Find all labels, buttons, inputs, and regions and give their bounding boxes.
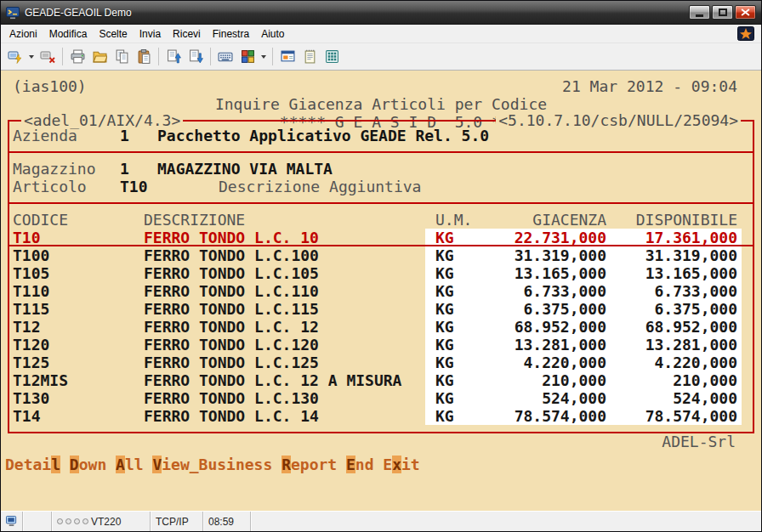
cell-disponibile: 13.165,000: [606, 264, 737, 282]
paste-button[interactable]: [133, 46, 155, 68]
azienda-row: Azienda 1 Pacchetto Applicativo GEADE Re…: [9, 127, 753, 144]
cell-giacenza: 68.952,000: [469, 318, 606, 336]
session-led-icon: [57, 518, 63, 524]
cell-giacenza: 22.731,000: [469, 229, 606, 245]
cell-descrizione: FERRO TONDO L.C. 10: [144, 229, 425, 245]
titlebar[interactable]: GEADE-GEAOIL Demo: [1, 1, 761, 25]
copy-button[interactable]: [111, 46, 133, 68]
hotkey-letter: A: [116, 456, 125, 473]
menu-modifica[interactable]: Modifica: [43, 25, 94, 42]
terminal-window-icon: [281, 49, 295, 64]
cell-codice: T130: [13, 389, 144, 407]
session-led-icon: [65, 518, 71, 524]
menu-ricevi[interactable]: Ricevi: [167, 25, 207, 42]
statusbar-panel: [251, 512, 761, 531]
function-key-all[interactable]: All: [116, 456, 144, 473]
hotkey-letter: R: [281, 456, 291, 473]
connect-dropdown[interactable]: [26, 46, 37, 68]
send-file-button[interactable]: [162, 46, 185, 68]
maximize-button[interactable]: [712, 5, 733, 20]
cell-codice: T125: [13, 354, 144, 371]
toolbar-separator: [272, 48, 273, 65]
disconnect-icon: [40, 50, 55, 64]
minimize-button[interactable]: [689, 5, 710, 20]
terminal-screen[interactable]: (ias100) ***** G E A S I D 5.0 ***** 21 …: [1, 71, 761, 511]
cell-um: KG: [435, 371, 469, 389]
table-row[interactable]: T12 FERRO TONDO L.C. 12 KG 68.952,000 68…: [9, 318, 753, 336]
table-row[interactable]: T105 FERRO TONDO L.C.105 KG 13.165,000 1…: [9, 264, 753, 282]
display-colors-dropdown[interactable]: [259, 46, 269, 68]
vendor-signature: ADEL-Srl: [1, 433, 761, 450]
open-file-button[interactable]: [88, 46, 111, 68]
display-colors-icon: [241, 49, 255, 64]
cell-codice: T10: [13, 229, 144, 245]
protocol-panel: TCP/IP: [151, 512, 203, 531]
keyboard-icon: [218, 49, 233, 64]
statusbar: VT220 TCP/IP 08:59: [1, 511, 761, 531]
table-row[interactable]: T130 FERRO TONDO L.C.130 KG 524,000 524,…: [9, 389, 753, 407]
disconnect-button[interactable]: [37, 46, 59, 68]
cell-disponibile: 13.281,000: [606, 336, 737, 354]
cell-giacenza: 210,000: [469, 371, 606, 389]
toolbar-separator: [158, 48, 159, 65]
function-key-end[interactable]: End: [346, 456, 374, 473]
toolbar-separator: [210, 48, 211, 65]
cell-descrizione: FERRO TONDO L.C. 12: [144, 318, 425, 336]
cell-disponibile: 6.733,000: [606, 282, 737, 300]
menu-invia[interactable]: Invia: [134, 25, 167, 42]
table-row[interactable]: T14 FERRO TONDO L.C. 14 KG 78.574,000 78…: [9, 407, 753, 425]
magazzino-value[interactable]: 1: [120, 160, 157, 178]
clock: 08:59: [208, 516, 234, 528]
terminal-type: VT220: [91, 516, 121, 528]
cell-descrizione: FERRO TONDO L.C.115: [144, 300, 425, 318]
menu-scelte[interactable]: Scelte: [93, 25, 133, 42]
cell-giacenza: 31.319,000: [469, 246, 606, 264]
table-row[interactable]: T110 FERRO TONDO L.C.110 KG 6.733,000 6.…: [9, 282, 753, 300]
table-header-row: CODICE DESCRIZIONE U.M. GIACENZA DISPONI…: [9, 211, 753, 229]
function-key-report[interactable]: Report: [281, 456, 337, 473]
table-row-selected[interactable]: T10 FERRO TONDO L.C. 10 KG 22.731,000 17…: [9, 229, 753, 246]
receive-file-button[interactable]: [185, 46, 207, 68]
keypad-icon: [325, 49, 339, 64]
header-disponibile: DISPONIBILE: [606, 211, 737, 229]
function-key-view-business[interactable]: View_Business: [152, 456, 272, 473]
cell-disponibile: 78.574,000: [606, 407, 737, 425]
function-menu: DetailDownAllView_BusinessReportEndExit: [1, 456, 761, 474]
brand-icon: [737, 26, 754, 41]
cell-giacenza: 13.281,000: [469, 336, 606, 354]
open-folder-icon: [93, 49, 107, 64]
table-row[interactable]: T125 FERRO TONDO L.C.125 KG 4.220,000 4.…: [9, 354, 753, 371]
cell-giacenza: 6.733,000: [469, 282, 606, 300]
terminal-window-button[interactable]: [276, 46, 299, 68]
datetime: 21 Mar 2012 - 09:04: [562, 77, 737, 95]
table-row[interactable]: T12MIS FERRO TONDO L.C. 12 A MISURA KG 2…: [9, 371, 753, 389]
articolo-value[interactable]: T10: [120, 178, 219, 195]
function-key-down[interactable]: Down: [70, 456, 106, 473]
menu-finestra[interactable]: Finestra: [207, 25, 255, 42]
function-key-detail[interactable]: Detail: [5, 456, 60, 473]
table-row[interactable]: T120 FERRO TONDO L.C.120 KG 13.281,000 1…: [9, 336, 753, 354]
app-icon[interactable]: [6, 6, 20, 20]
display-colors-button[interactable]: [236, 46, 259, 68]
menu-azioni[interactable]: Azioni: [3, 25, 43, 42]
print-icon: [71, 49, 85, 64]
keyboard-mapping-button[interactable]: [214, 46, 236, 68]
cell-descrizione: FERRO TONDO L.C.110: [144, 282, 425, 300]
close-button[interactable]: [735, 5, 756, 20]
window-title: GEADE-GEAOIL Demo: [25, 7, 689, 19]
table-row[interactable]: T100 FERRO TONDO L.C.100 KG 31.319,000 3…: [9, 246, 753, 264]
cell-codice: T12MIS: [13, 371, 144, 389]
print-button[interactable]: [66, 46, 88, 68]
menu-aiuto[interactable]: Aiuto: [255, 25, 290, 42]
upload-icon: [167, 49, 181, 64]
keypad-button[interactable]: [321, 46, 343, 68]
hotkey-letter: D: [70, 456, 79, 473]
hotkey-letter: E: [346, 456, 355, 473]
cell-descrizione: FERRO TONDO L.C. 14: [144, 407, 425, 425]
connect-button[interactable]: [4, 46, 26, 68]
function-key-exit[interactable]: Exit: [383, 456, 419, 473]
cell-codice: T115: [13, 300, 144, 318]
table-row[interactable]: T115 FERRO TONDO L.C.115 KG 6.375,000 6.…: [9, 300, 753, 318]
notepad-button[interactable]: [299, 46, 321, 68]
cell-um: KG: [435, 264, 469, 282]
